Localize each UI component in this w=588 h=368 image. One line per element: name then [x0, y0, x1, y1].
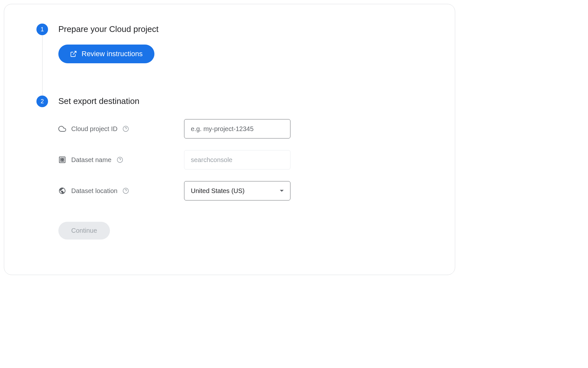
continue-button[interactable]: Continue	[58, 222, 110, 240]
project-id-label: Cloud project ID	[71, 125, 117, 133]
svg-rect-7	[63, 160, 64, 161]
help-icon[interactable]	[122, 188, 129, 194]
svg-rect-6	[61, 160, 62, 161]
globe-icon	[58, 187, 66, 195]
help-icon[interactable]	[122, 126, 129, 132]
dataset-location-value: United States (US)	[191, 187, 245, 195]
dataset-name-label-group: Dataset name	[58, 156, 184, 164]
open-in-new-icon	[70, 50, 77, 57]
step-2-content: Set export destination Cloud project ID	[58, 96, 423, 240]
svg-rect-5	[63, 158, 64, 159]
svg-line-0	[73, 51, 76, 55]
step-1-title: Prepare your Cloud project	[58, 24, 423, 34]
step-2-title: Set export destination	[58, 96, 423, 106]
cloud-icon	[58, 125, 66, 133]
svg-rect-4	[61, 158, 62, 159]
project-id-input[interactable]	[184, 119, 290, 138]
dataset-icon	[58, 156, 66, 164]
dataset-location-row: Dataset location United States (US)	[58, 181, 423, 200]
dataset-location-label: Dataset location	[71, 187, 117, 195]
project-id-label-group: Cloud project ID	[58, 125, 184, 133]
dataset-name-input	[184, 150, 290, 169]
form-section: Cloud project ID	[58, 119, 423, 240]
review-instructions-button[interactable]: Review instructions	[58, 45, 154, 63]
step-1-number: 1	[36, 24, 48, 35]
step-2-number: 2	[36, 96, 48, 107]
setup-card: 1 Prepare your Cloud project Review inst…	[4, 4, 455, 275]
review-instructions-label: Review instructions	[82, 50, 143, 58]
dataset-location-label-group: Dataset location	[58, 187, 184, 195]
dataset-location-select[interactable]: United States (US)	[184, 181, 290, 200]
chevron-down-icon	[280, 190, 284, 192]
dataset-name-label: Dataset name	[71, 156, 112, 164]
step-1: 1 Prepare your Cloud project Review inst…	[36, 24, 423, 63]
dataset-name-row: Dataset name	[58, 150, 423, 169]
step-1-content: Prepare your Cloud project Review instru…	[58, 24, 423, 63]
help-icon[interactable]	[117, 157, 123, 163]
project-id-row: Cloud project ID	[58, 119, 423, 138]
step-2: 2 Set export destination Cloud project I…	[36, 96, 423, 240]
step-connector	[42, 35, 43, 97]
